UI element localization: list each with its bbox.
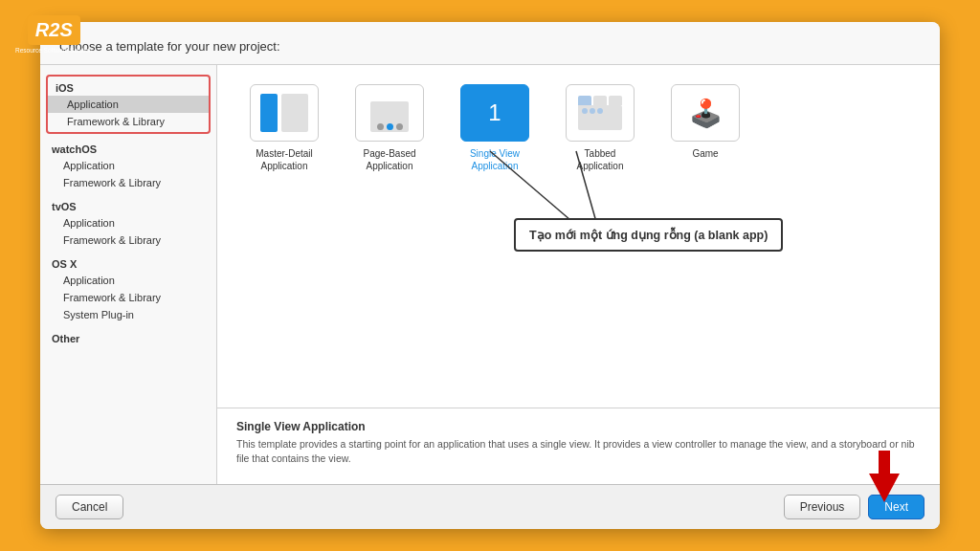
sidebar-section-osx: OS X bbox=[40, 253, 216, 272]
description-area: Single View Application This template pr… bbox=[217, 408, 940, 484]
master-detail-label: Master-DetailApplication bbox=[256, 147, 312, 172]
navigation-buttons: Previous Next bbox=[784, 495, 924, 519]
game-label: Game bbox=[692, 147, 718, 160]
single-view-icon: 1 bbox=[460, 84, 529, 142]
single-view-number: 1 bbox=[488, 99, 501, 126]
sidebar-item-osx-plugin[interactable]: System Plug-in bbox=[40, 306, 216, 323]
sidebar-item-osx-framework[interactable]: Framework & Library bbox=[40, 289, 216, 306]
tabbed-icon bbox=[566, 84, 635, 142]
single-view-label: Single ViewApplication bbox=[470, 147, 520, 172]
dot2 bbox=[387, 123, 393, 130]
sidebar-item-tvos-framework[interactable]: Framework & Library bbox=[40, 231, 216, 249]
page-dots bbox=[377, 123, 403, 130]
tab3 bbox=[609, 96, 622, 105]
watchos-section: watchOS Application Framework & Library bbox=[40, 138, 216, 191]
page-based-label: Page-BasedApplication bbox=[363, 147, 415, 172]
dialog-footer: Cancel Previous Next bbox=[40, 484, 940, 529]
sidebar-item-watchos-framework[interactable]: Framework & Library bbox=[40, 174, 216, 191]
template-tabbed[interactable]: TabbedApplication bbox=[552, 84, 648, 172]
ios-section: iOS Application Framework & Library bbox=[46, 75, 211, 134]
tab2 bbox=[593, 96, 607, 105]
tvos-section: tvOS Application Framework & Library bbox=[40, 195, 216, 249]
master-detail-icon bbox=[250, 84, 319, 142]
sidebar-section-watchos: watchOS bbox=[40, 138, 216, 157]
sidebar-section-ios: iOS bbox=[48, 78, 209, 96]
osx-section: OS X Application Framework & Library Sys… bbox=[40, 253, 216, 323]
description-text: This template provides a starting point … bbox=[236, 437, 921, 465]
game-icon: 🕹️ bbox=[671, 84, 740, 142]
logo-box: R2S bbox=[28, 15, 80, 45]
logo-container: R2S Resource Software Solution bbox=[15, 15, 93, 54]
page-based-icon bbox=[355, 84, 424, 142]
callout-text: Tạo mới một ứng dụng rỗng (a blank app) bbox=[529, 229, 768, 242]
other-section: Other bbox=[40, 327, 216, 346]
sidebar-item-watchos-application[interactable]: Application bbox=[40, 157, 216, 174]
red-arrow-annotation bbox=[869, 452, 900, 502]
sidebar-item-ios-framework[interactable]: Framework & Library bbox=[48, 113, 209, 130]
game-visual: 🕹️ bbox=[689, 98, 723, 129]
template-master-detail[interactable]: Master-DetailApplication bbox=[236, 84, 332, 172]
master-detail-visual bbox=[260, 94, 308, 132]
sidebar-item-tvos-application[interactable]: Application bbox=[40, 214, 216, 231]
arrow-shaft bbox=[879, 451, 890, 474]
cancel-button[interactable]: Cancel bbox=[56, 495, 123, 519]
logo-subtitle: Resource Software Solution bbox=[15, 47, 93, 54]
tabbed-body bbox=[578, 105, 622, 130]
callout-box: Tạo mới một ứng dụng rỗng (a blank app) bbox=[514, 218, 783, 252]
tabbed-visual bbox=[578, 96, 622, 130]
tabbed-label: TabbedApplication bbox=[577, 147, 624, 172]
tab1 bbox=[578, 96, 591, 105]
dialog-header: Choose a template for your new project: bbox=[40, 22, 940, 65]
sidebar: iOS Application Framework & Library watc… bbox=[40, 65, 217, 484]
template-single-view[interactable]: 1 Single ViewApplication bbox=[447, 84, 543, 172]
template-game[interactable]: 🕹️ Game bbox=[657, 84, 753, 172]
sidebar-item-osx-application[interactable]: Application bbox=[40, 272, 216, 289]
content-area: Master-DetailApplication bbox=[217, 65, 940, 484]
tabbed-tabs bbox=[578, 96, 622, 105]
dot1 bbox=[377, 123, 384, 130]
sidebar-section-tvos: tvOS bbox=[40, 195, 216, 214]
template-page-based[interactable]: Page-BasedApplication bbox=[342, 84, 437, 172]
dot3 bbox=[396, 123, 403, 130]
description-title: Single View Application bbox=[236, 420, 921, 433]
arrow-head bbox=[869, 474, 900, 502]
previous-button[interactable]: Previous bbox=[784, 495, 861, 519]
page-based-visual bbox=[366, 94, 413, 132]
sidebar-item-ios-application[interactable]: Application bbox=[48, 96, 209, 113]
sidebar-section-other: Other bbox=[40, 327, 216, 346]
logo-text: R2S bbox=[35, 19, 73, 41]
